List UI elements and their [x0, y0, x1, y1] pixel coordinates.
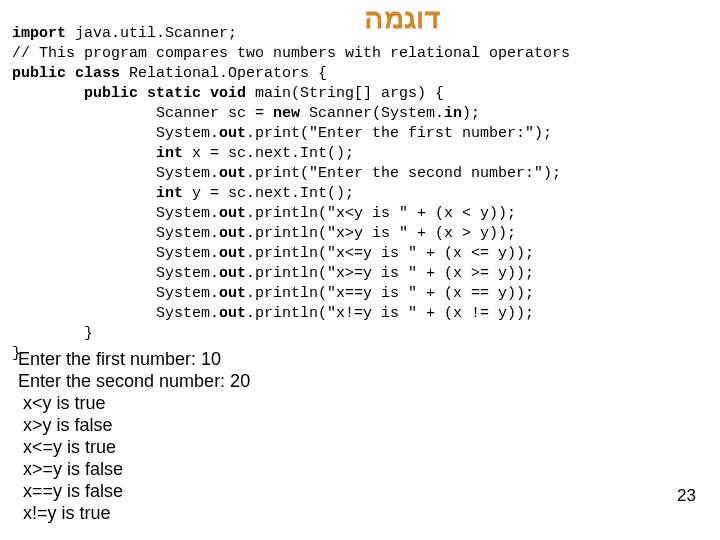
code-l8c: .print("Enter the second number:");	[246, 165, 561, 182]
kw-new: new	[273, 105, 300, 122]
kw-out13: out	[219, 265, 246, 282]
code-l10c: .println("x<y is " + (x < y));	[246, 205, 516, 222]
code-l3b: Relational.Operators {	[120, 65, 327, 82]
code-l4b: main(String[] args) {	[246, 85, 444, 102]
kw-import: import	[12, 25, 66, 42]
code-l14a: System.	[12, 285, 219, 302]
out-l8: x!=y is true	[18, 503, 111, 523]
code-l11a: System.	[12, 225, 219, 242]
kw-out6: out	[219, 125, 246, 142]
code-block: import java.util.Scanner; // This progra…	[12, 24, 570, 364]
kw-out14: out	[219, 285, 246, 302]
out-l5: x<=y is true	[18, 437, 116, 457]
code-l15a: System.	[12, 305, 219, 322]
code-l7a	[12, 145, 156, 162]
code-l7c: x = sc.next.Int();	[183, 145, 354, 162]
out-l4: x>y is false	[18, 415, 113, 435]
code-l9c: y = sc.next.Int();	[183, 185, 354, 202]
page-number: 23	[677, 486, 696, 506]
code-l12c: .println("x<=y is " + (x <= y));	[246, 245, 534, 262]
code-l14c: .println("x==y is " + (x == y));	[246, 285, 534, 302]
kw-public-class: public class	[12, 65, 120, 82]
code-l9a	[12, 185, 156, 202]
code-l12a: System.	[12, 245, 219, 262]
slide-container: דוגמה import java.util.Scanner; // This …	[0, 0, 720, 540]
code-l11c: .println("x>y is " + (x > y));	[246, 225, 516, 242]
code-l10a: System.	[12, 205, 219, 222]
kw-intx: int	[156, 145, 183, 162]
code-l13c: .println("x>=y is " + (x >= y));	[246, 265, 534, 282]
kw-out8: out	[219, 165, 246, 182]
kw-out10: out	[219, 205, 246, 222]
code-l5c: Scanner(System.	[300, 105, 444, 122]
code-l6a: System.	[12, 125, 219, 142]
code-l16: }	[12, 325, 93, 342]
code-l5e: );	[462, 105, 480, 122]
out-l6: x>=y is false	[18, 459, 123, 479]
code-l2: // This program compares two numbers wit…	[12, 45, 570, 62]
code-l15c: .println("x!=y is " + (x != y));	[246, 305, 534, 322]
output-block: Enter the first number: 10 Enter the sec…	[18, 348, 250, 524]
kw-in: in	[444, 105, 462, 122]
out-l7: x==y is false	[18, 481, 123, 501]
code-l8a: System.	[12, 165, 219, 182]
out-l2: Enter the second number: 20	[18, 371, 250, 391]
code-l6c: .print("Enter the first number:");	[246, 125, 552, 142]
code-l5a: Scanner sc =	[12, 105, 273, 122]
code-l1b: java.util.Scanner;	[66, 25, 237, 42]
kw-psvm: public static void	[12, 85, 246, 102]
kw-out12: out	[219, 245, 246, 262]
kw-out15: out	[219, 305, 246, 322]
out-l1: Enter the first number: 10	[18, 349, 221, 369]
out-l3: x<y is true	[18, 393, 106, 413]
kw-inty: int	[156, 185, 183, 202]
kw-out11: out	[219, 225, 246, 242]
code-l13a: System.	[12, 265, 219, 282]
